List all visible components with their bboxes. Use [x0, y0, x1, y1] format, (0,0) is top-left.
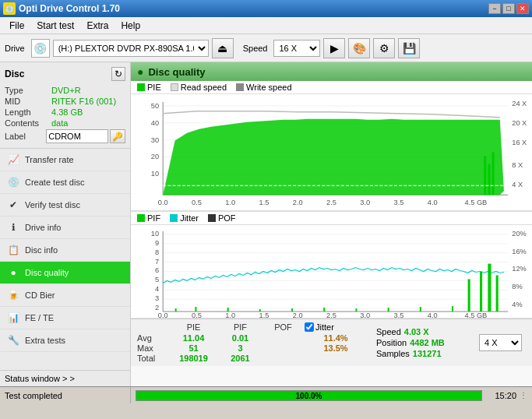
- time-display: 15:20: [485, 391, 516, 400]
- disc-mid-row: MID RITEK F16 (001): [5, 97, 125, 106]
- sidebar: Disc ↻ Type DVD+R MID RITEK F16 (001) Le…: [0, 62, 131, 386]
- drive-info-label: Drive info: [25, 223, 61, 232]
- svg-text:4.5 GB: 4.5 GB: [464, 199, 487, 206]
- samples-row: Samples 131271: [376, 349, 470, 358]
- svg-text:3.0: 3.0: [360, 312, 370, 318]
- toolbar: Drive 💿 (H:) PLEXTOR DVDR PX-890SA 1.00 …: [0, 34, 532, 62]
- svg-text:40: 40: [151, 119, 159, 127]
- close-button[interactable]: ✕: [516, 3, 529, 14]
- window-title: Opti Drive Control 1.70: [19, 3, 120, 14]
- svg-text:0.0: 0.0: [158, 199, 168, 206]
- label-input[interactable]: [46, 129, 108, 143]
- content-area: ● Disc quality PIE Read speed Write spee…: [131, 62, 532, 386]
- svg-text:2.5: 2.5: [326, 199, 336, 206]
- drive-select[interactable]: (H:) PLEXTOR DVDR PX-890SA 1.00: [53, 40, 209, 57]
- resize-icon: ⋮: [520, 391, 527, 400]
- minimize-button[interactable]: −: [488, 3, 501, 14]
- svg-text:24 X: 24 X: [512, 100, 527, 107]
- window-controls: − □ ✕: [488, 3, 529, 14]
- status-text: Test completed: [5, 391, 62, 400]
- extra-tests-icon: 🔧: [6, 333, 20, 347]
- jitter-legend-dot: [170, 214, 178, 222]
- sidebar-item-create-test-disc[interactable]: 💿 Create test disc: [0, 171, 130, 194]
- bottom-chart-svg: 10 9 8 7 6 5 4 3 2 20% 16% 12% 8% 4% 0.0…: [131, 225, 532, 318]
- svg-text:4%: 4%: [512, 301, 522, 308]
- menu-file[interactable]: File: [3, 19, 30, 33]
- menu-extra[interactable]: Extra: [80, 19, 115, 33]
- speed-select[interactable]: 16 X 1 X 2 X 4 X 8 X MAX: [273, 40, 320, 57]
- fe-te-icon: 📊: [6, 311, 20, 325]
- sidebar-item-fe-te[interactable]: 📊 FE / TE: [0, 307, 130, 329]
- svg-text:2.5: 2.5: [326, 312, 336, 318]
- svg-text:0.0: 0.0: [158, 312, 168, 318]
- menu-help[interactable]: Help: [115, 19, 146, 33]
- cd-bier-icon: 🍺: [6, 288, 20, 302]
- settings-button[interactable]: ⚙: [373, 38, 395, 58]
- length-value: 4.38 GB: [51, 107, 83, 117]
- avg-pof: [262, 333, 305, 343]
- position-value: 4482 MB: [410, 338, 445, 347]
- col-pof: POF: [262, 322, 305, 332]
- top-chart-svg: 50 40 30 20 10 24 X 20 X 16 X 8 X 4 X 0.…: [131, 94, 532, 210]
- disc-refresh-button[interactable]: ↻: [111, 67, 125, 81]
- mid-value: RITEK F16 (001): [51, 97, 116, 106]
- read-speed-legend-dot: [171, 83, 178, 91]
- top-chart-legend: PIE Read speed Write speed: [131, 81, 532, 94]
- save-button[interactable]: 💾: [398, 38, 420, 58]
- stats-row: PIE PIF POF Jitter Avg 11.04 0.01: [137, 322, 526, 363]
- samples-label: Samples: [376, 349, 410, 358]
- total-pie: 198019: [168, 354, 219, 363]
- stats-speed-select[interactable]: 4 X 2 X 8 X 16 X: [479, 334, 522, 351]
- legend-pof: POF: [208, 213, 236, 223]
- max-pof: [262, 343, 305, 353]
- svg-rect-68: [175, 308, 177, 312]
- jitter-legend-label: Jitter: [180, 213, 199, 223]
- status-window-bottom-button[interactable]: Test completed: [0, 387, 131, 403]
- eject-button[interactable]: ⏏: [212, 38, 234, 58]
- avg-pie: 11.04: [168, 333, 219, 343]
- color-button[interactable]: 🎨: [348, 38, 370, 58]
- go-button[interactable]: ▶: [323, 38, 345, 58]
- pif-legend-dot: [137, 214, 145, 222]
- sidebar-item-extra-tests[interactable]: 🔧 Extra tests: [0, 329, 130, 352]
- menu-start-test[interactable]: Start test: [30, 19, 80, 33]
- drive-info-icon: ℹ: [6, 220, 20, 234]
- svg-text:8: 8: [155, 248, 159, 256]
- position-label: Position: [376, 338, 407, 347]
- max-pif: 3: [219, 343, 262, 353]
- svg-text:1.0: 1.0: [225, 199, 235, 206]
- status-window-label: Status window > >: [5, 374, 75, 383]
- col-pie: PIE: [168, 322, 219, 332]
- label-key-button[interactable]: 🔑: [110, 129, 125, 143]
- sidebar-item-disc-quality[interactable]: ● Disc quality: [0, 262, 130, 284]
- sidebar-item-transfer-rate[interactable]: 📈 Transfer rate: [0, 149, 130, 171]
- svg-rect-80: [488, 264, 491, 312]
- contents-value: data: [51, 118, 68, 128]
- create-test-disc-label: Create test disc: [25, 178, 84, 187]
- svg-text:3.0: 3.0: [360, 199, 370, 206]
- svg-rect-73: [323, 308, 325, 312]
- stats-total-row: Total 198019 2061: [137, 354, 367, 363]
- svg-text:10: 10: [151, 230, 159, 238]
- fe-te-label: FE / TE: [25, 313, 54, 322]
- disc-title: Disc: [5, 69, 24, 79]
- sidebar-item-drive-info[interactable]: ℹ Drive info: [0, 217, 130, 239]
- avg-label: Avg: [137, 333, 168, 343]
- svg-text:4.0: 4.0: [428, 199, 438, 206]
- svg-text:20 X: 20 X: [512, 119, 527, 127]
- content-header-icon: ●: [137, 65, 143, 78]
- legend-read-speed: Read speed: [171, 83, 227, 92]
- read-speed-legend-label: Read speed: [181, 83, 227, 92]
- disc-type-row: Type DVD+R: [5, 86, 125, 95]
- maximize-button[interactable]: □: [502, 3, 515, 14]
- sidebar-item-cd-bier[interactable]: 🍺 CD Bier: [0, 284, 130, 307]
- status-window-button[interactable]: Status window > >: [0, 370, 130, 386]
- sidebar-item-verify-test-disc[interactable]: ✔ Verify test disc: [0, 194, 130, 217]
- svg-text:3.5: 3.5: [394, 199, 404, 206]
- jitter-checkbox[interactable]: [305, 322, 314, 332]
- sidebar-item-disc-info[interactable]: 📋 Disc info: [0, 239, 130, 262]
- svg-text:3: 3: [155, 294, 159, 302]
- mid-label: MID: [5, 97, 51, 106]
- svg-text:10: 10: [151, 170, 159, 178]
- transfer-rate-icon: 📈: [6, 153, 20, 167]
